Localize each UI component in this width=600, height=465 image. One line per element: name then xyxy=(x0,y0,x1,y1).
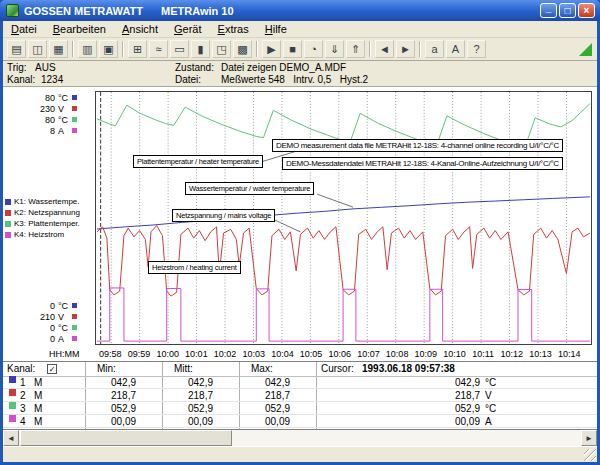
y-axis-scale-row: 0°C xyxy=(27,300,91,311)
legend-item-k1[interactable]: K1: Wassertempe. xyxy=(4,196,92,207)
x-tick-label: 10:07 xyxy=(354,349,382,359)
save-file-icon[interactable]: ◫ xyxy=(28,40,47,58)
channel-number: 4 xyxy=(20,415,26,428)
kanal-label: Kanal: xyxy=(7,74,35,85)
y-axis-value: 230 xyxy=(27,104,55,114)
max-value: 052,9 xyxy=(239,402,316,415)
curve-label-plattentemperatur: Plattentemperatur / heater temperature xyxy=(133,155,263,168)
channel-color-swatch xyxy=(9,389,16,396)
table-row-channel-2[interactable]: 2M218,7218,7218,7218,7V xyxy=(3,389,597,402)
max-value: 00,09 xyxy=(239,415,316,428)
menu-item-ansicht[interactable]: Ansicht xyxy=(114,21,166,37)
menu-item-extras[interactable]: Extras xyxy=(210,21,257,37)
live-indicator-icon xyxy=(579,43,592,56)
menu-item-bearbeiten[interactable]: Bearbeiten xyxy=(45,21,114,37)
chart-panel: 80°C230V80°C8A 0°C210V0°C0A K1: Wasserte… xyxy=(3,87,597,361)
title-bar[interactable]: GOSSEN METRAWATT METRAwin 10 _ □ × xyxy=(0,0,600,21)
min-value: 218,7 xyxy=(85,389,162,402)
table-row-channel-4[interactable]: 4M00,0900,0900,0900,09A xyxy=(3,415,597,428)
minimize-button[interactable]: _ xyxy=(540,3,557,18)
close-button[interactable]: × xyxy=(578,3,595,18)
x-tick-label: 10:04 xyxy=(268,349,296,359)
channel-color-swatch xyxy=(72,106,77,111)
channel-visibility-checkbox[interactable]: ✓ xyxy=(47,364,57,374)
horizontal-scrollbar[interactable]: ◄ ► xyxy=(3,430,597,446)
y-axis-scale-row: 8A xyxy=(27,125,91,136)
scroll-right-button[interactable]: ► xyxy=(581,430,597,446)
channel-color-swatch xyxy=(9,415,16,422)
scroll-right-mode-icon[interactable]: ► xyxy=(396,40,415,58)
scroll-left-mode-icon[interactable]: ◄ xyxy=(375,40,394,58)
curve-view-icon[interactable]: ≈ xyxy=(149,40,168,58)
x-tick-label: 10:02 xyxy=(211,349,239,359)
y-axis-value: 210 xyxy=(27,312,55,322)
menu-item-datei[interactable]: Datei xyxy=(3,21,45,37)
table-row-channel-3[interactable]: 3M052,9052,9052,9052,9°C xyxy=(3,402,597,415)
resize-grip[interactable] xyxy=(584,449,596,461)
cursor-unit: V xyxy=(485,389,492,402)
cursor-value: 218,7 xyxy=(385,389,480,402)
export-file-icon[interactable]: ▦ xyxy=(49,40,68,58)
menu-item-gerät[interactable]: Gerät xyxy=(166,21,210,37)
send-device-icon[interactable]: ⇑ xyxy=(346,40,365,58)
read-device-icon[interactable]: ⇓ xyxy=(325,40,344,58)
legend-label: K3: Plattentemper. xyxy=(14,219,80,228)
copy-icon[interactable]: ▣ xyxy=(99,40,118,58)
table-row-channel-1[interactable]: 1M042,9042,9042,9042,9°C xyxy=(3,376,597,389)
mitt-value: 218,7 xyxy=(162,389,239,402)
legend-item-k4[interactable]: K4: Heizstrom xyxy=(4,229,92,240)
legend-item-k3[interactable]: K3: Plattentemper. xyxy=(4,218,92,229)
y-axis-unit: A xyxy=(55,126,72,136)
legend-item-k2[interactable]: K2: Netzspannung xyxy=(4,207,92,218)
cursor-unit: °C xyxy=(485,402,496,415)
y-axis-unit: °C xyxy=(55,301,72,311)
open-file-icon[interactable]: ▤ xyxy=(7,40,26,58)
app-icon xyxy=(6,4,19,17)
max-value: 042,9 xyxy=(239,376,316,389)
scroll-left-button[interactable]: ◄ xyxy=(3,430,19,446)
mitt-header-label: Mitt: xyxy=(174,363,193,374)
toolbar-separator xyxy=(72,41,74,57)
kanal-header-label: Kanal: xyxy=(7,363,35,374)
x-tick-label: 10:03 xyxy=(240,349,268,359)
cursor-value: 00,09 xyxy=(385,415,480,428)
channel-color-swatch xyxy=(72,95,77,100)
help-pointer-icon[interactable]: ? xyxy=(467,40,486,58)
print-icon[interactable]: ▥ xyxy=(78,40,97,58)
clock-icon[interactable]: ◔ xyxy=(304,40,323,58)
y-axis-unit: A xyxy=(55,334,72,344)
bar-view-icon[interactable]: ▮ xyxy=(191,40,210,58)
menu-bar: DateiBearbeitenAnsichtGerätExtrasHilfe xyxy=(3,21,597,38)
channel-color-swatch xyxy=(9,376,16,383)
toolbar-separator xyxy=(419,41,421,57)
min-value: 052,9 xyxy=(85,402,162,415)
x-axis-tick-labels: 09:5809:5910:0010:0110:0210:0310:0410:05… xyxy=(3,349,597,361)
start-record-icon[interactable]: ▶ xyxy=(262,40,281,58)
channel-color-swatch xyxy=(72,303,77,308)
label-pointer-line xyxy=(317,194,353,207)
channel-color-swatch xyxy=(5,210,11,216)
menu-item-hilfe[interactable]: Hilfe xyxy=(257,21,295,37)
table-view-icon[interactable]: ⊞ xyxy=(128,40,147,58)
statistics-view-icon[interactable]: ▩ xyxy=(233,40,252,58)
legend-label: K2: Netzspannung xyxy=(14,208,80,217)
cursor-header-label: Cursor: xyxy=(321,363,354,374)
toolbar-separator xyxy=(256,41,258,57)
window-controls: _ □ × xyxy=(540,3,595,18)
stop-record-icon[interactable]: ■ xyxy=(283,40,302,58)
stats-table: Kanal: Min: Mitt: Max: Cursor: 1993.06.1… xyxy=(3,361,597,430)
y-axis-unit: °C xyxy=(55,115,72,125)
scroll-thumb[interactable] xyxy=(20,430,232,446)
channel-legend: K1: Wassertempe.K2: NetzspannungK3: Plat… xyxy=(4,196,92,240)
xy-view-icon[interactable]: ◳ xyxy=(212,40,231,58)
channel-color-swatch xyxy=(72,336,77,341)
toolbar: ▤◫▦▥▣⊞≈▭▮◳▩▶■◔⇓⇑◄►aA? xyxy=(3,38,597,61)
min-value: 00,09 xyxy=(85,415,162,428)
maximize-button[interactable]: □ xyxy=(559,3,576,18)
channel-color-swatch xyxy=(5,199,11,205)
curve-label-heizstrom: Heizstrom / heating current xyxy=(148,261,241,274)
digital-view-icon[interactable]: ▭ xyxy=(170,40,189,58)
plot-area[interactable] xyxy=(95,91,592,345)
zoom-in-icon[interactable]: A xyxy=(446,40,465,58)
zoom-out-icon[interactable]: a xyxy=(425,40,444,58)
